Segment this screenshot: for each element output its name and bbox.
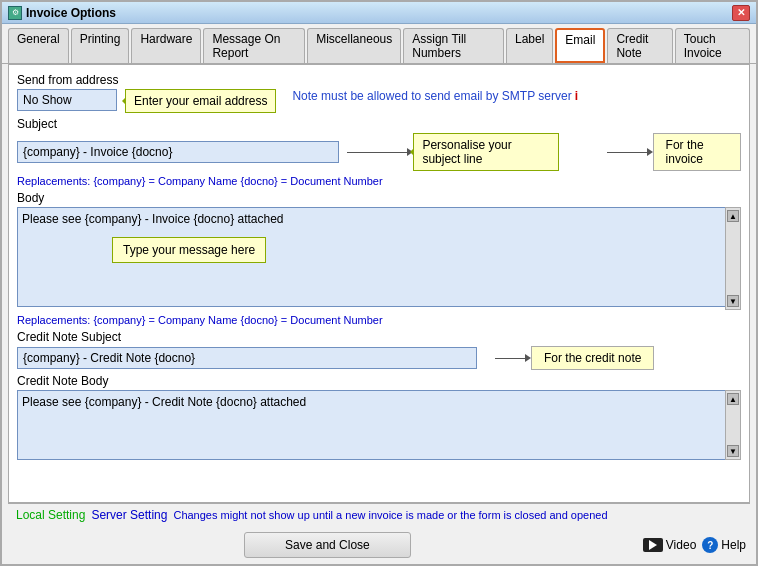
video-label: Video: [666, 538, 696, 552]
tab-email[interactable]: Email: [555, 28, 605, 63]
send-from-row: Enter your email address Note must be al…: [17, 89, 741, 113]
for-credit-text: For the credit note: [544, 351, 641, 365]
credit-scroll-down-btn[interactable]: ▼: [727, 445, 739, 457]
scroll-up-btn[interactable]: ▲: [727, 210, 739, 222]
help-icon: ?: [702, 537, 718, 553]
tab-credit-note[interactable]: Credit Note: [607, 28, 672, 63]
body-message-tooltip: Type your message here: [112, 237, 266, 263]
for-credit-arrow: [495, 354, 531, 362]
credit-body-container: Please see {company} - Credit Note {docn…: [17, 390, 741, 463]
video-button[interactable]: Video: [643, 538, 696, 552]
subject-tooltip: Personalise your subject line: [413, 133, 558, 171]
subject-row: Personalise your subject line For the in…: [17, 133, 741, 171]
credit-note-body-label: Credit Note Body: [17, 374, 741, 388]
body-area-container: Please see {company} - Invoice {docno} a…: [17, 207, 741, 310]
credit-body-scrollbar[interactable]: ▲ ▼: [725, 390, 741, 460]
tab-miscellaneous[interactable]: Miscellaneous: [307, 28, 401, 63]
tab-general[interactable]: General: [8, 28, 69, 63]
credit-subject-row: For the credit note: [17, 346, 741, 370]
tab-bar: General Printing Hardware Message On Rep…: [2, 24, 756, 64]
send-from-input[interactable]: [17, 89, 117, 111]
email-tab-content: Send from address Enter your email addre…: [8, 64, 750, 503]
help-button[interactable]: ? Help: [702, 537, 746, 553]
tab-hardware[interactable]: Hardware: [131, 28, 201, 63]
server-setting-link[interactable]: Server Setting: [91, 508, 167, 522]
for-invoice-box: For the invoice: [653, 133, 741, 171]
local-setting-link[interactable]: Local Setting: [16, 508, 85, 522]
body-label: Body: [17, 191, 741, 205]
video-icon: [643, 538, 663, 552]
close-button[interactable]: ✕: [732, 5, 750, 21]
save-close-button[interactable]: Save and Close: [244, 532, 411, 558]
smtp-note-text: Note must be allowed to send email by SM…: [292, 89, 571, 103]
tab-assign-till-numbers[interactable]: Assign Till Numbers: [403, 28, 504, 63]
credit-section: Credit Note Subject For the credit note …: [17, 330, 741, 463]
subject-arrow: [347, 148, 413, 156]
email-tooltip-text: Enter your email address: [134, 94, 267, 108]
tab-printing[interactable]: Printing: [71, 28, 130, 63]
body-tooltip-text: Type your message here: [123, 243, 255, 257]
window-title: Invoice Options: [26, 6, 116, 20]
tab-label[interactable]: Label: [506, 28, 553, 63]
for-invoice-arrow: [607, 148, 653, 156]
for-credit-box: For the credit note: [531, 346, 654, 370]
title-bar: ⚙ Invoice Options ✕: [2, 2, 756, 24]
credit-note-subject-input[interactable]: [17, 347, 477, 369]
send-from-label: Send from address: [17, 73, 741, 87]
tab-message-on-report[interactable]: Message On Report: [203, 28, 305, 63]
body-scrollbar[interactable]: ▲ ▼: [725, 207, 741, 310]
body-replacements: Replacements: {company} = Company Name {…: [17, 314, 741, 326]
play-triangle: [649, 540, 657, 550]
subject-label: Subject: [17, 117, 741, 131]
smtp-note: Note must be allowed to send email by SM…: [292, 89, 578, 103]
credit-note-subject-label: Credit Note Subject: [17, 330, 741, 344]
credit-scroll-up-btn[interactable]: ▲: [727, 393, 739, 405]
right-buttons: Video ? Help: [643, 537, 746, 553]
for-invoice-text: For the invoice: [666, 138, 704, 166]
info-icon: i: [575, 89, 578, 103]
subject-replacements: Replacements: {company} = Company Name {…: [17, 175, 741, 187]
footer: Local Setting Server Setting Changes mig…: [8, 503, 750, 526]
main-window: ⚙ Invoice Options ✕ General Printing Har…: [0, 0, 758, 566]
subject-tooltip-text: Personalise your subject line: [422, 138, 511, 166]
credit-body-textarea[interactable]: Please see {company} - Credit Note {docn…: [17, 390, 741, 460]
email-tooltip: Enter your email address: [125, 89, 276, 113]
bottom-bar: Save and Close Video ? Help: [2, 526, 756, 564]
tab-touch-invoice[interactable]: Touch Invoice: [675, 28, 750, 63]
help-label: Help: [721, 538, 746, 552]
scroll-down-btn[interactable]: ▼: [727, 295, 739, 307]
window-icon: ⚙: [8, 6, 22, 20]
footer-note: Changes might not show up until a new in…: [173, 509, 607, 521]
subject-input[interactable]: [17, 141, 339, 163]
